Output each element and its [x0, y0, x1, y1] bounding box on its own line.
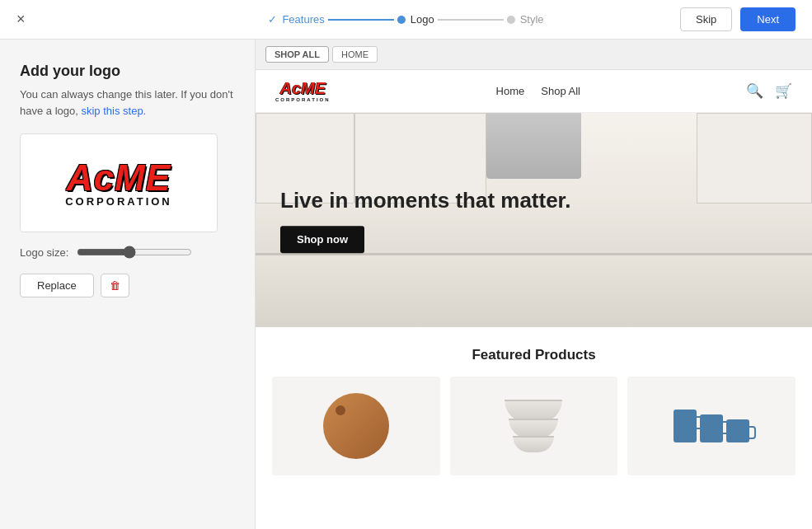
step-style: Style [507, 13, 544, 26]
cart-icon[interactable]: 🛒 [775, 82, 792, 100]
range-hood [486, 113, 581, 179]
step-line-1 [328, 19, 394, 21]
store-nav-links: Home Shop All [496, 85, 580, 97]
step-logo-label: Logo [411, 13, 434, 26]
next-button[interactable]: Next [740, 7, 796, 31]
hero-overlay: Live in moments that matter. Shop now [280, 188, 571, 254]
hero-section: Live in moments that matter. Shop now [256, 113, 812, 327]
replace-button[interactable]: Replace [20, 274, 94, 297]
featured-section: Featured Products [256, 327, 812, 484]
bowl-3 [513, 436, 554, 452]
trash-icon: 🗑 [110, 279, 120, 292]
mug-mid [700, 414, 723, 442]
panel-title: Add your logo [20, 63, 235, 80]
search-icon[interactable]: 🔍 [746, 82, 763, 100]
product-card-cutting-board [272, 377, 440, 475]
acme-logo: AcME CORPORATION [65, 158, 172, 208]
nav-home[interactable]: Home [496, 85, 525, 97]
nav-shop-all[interactable]: Shop All [541, 85, 580, 97]
store-acme-text: AcME [275, 80, 331, 97]
hero-title: Live in moments that matter. [280, 188, 571, 215]
bowls-icon [505, 400, 562, 452]
cabinet-upper-right [697, 113, 812, 204]
store-corp-text: CORPORATION [275, 97, 331, 102]
featured-title: Featured Products [272, 347, 796, 363]
step-features-label: Features [282, 13, 324, 26]
step-line-2 [438, 19, 504, 21]
mugs-icon [674, 410, 749, 442]
main-layout: Add your logo You can always change this… [0, 40, 812, 529]
skip-link[interactable]: skip this step. [81, 105, 146, 117]
step-logo: Logo [397, 13, 434, 26]
check-icon: ✓ [268, 13, 277, 26]
step-style-dot [507, 16, 515, 24]
product-card-bowls [450, 377, 618, 475]
step-features: ✓ Features [268, 13, 324, 26]
shop-now-button[interactable]: Shop now [280, 226, 364, 253]
logo-preview-box: AcME CORPORATION [20, 133, 218, 232]
counter [256, 253, 812, 327]
store-logo-img: AcME CORPORATION [275, 80, 331, 102]
store-nav: AcME CORPORATION Home Shop All 🔍 🛒 [256, 70, 812, 113]
panel-description: You can always change this later. If you… [20, 87, 235, 119]
steps-nav: ✓ Features Logo Style [268, 13, 543, 26]
pill-home[interactable]: HOME [332, 46, 378, 63]
cutting-board-icon [323, 393, 389, 459]
delete-button[interactable]: 🗑 [101, 274, 129, 297]
step-style-label: Style [520, 13, 544, 26]
skip-button[interactable]: Skip [680, 7, 732, 31]
top-bar: × ✓ Features Logo Style Skip Next [0, 0, 812, 40]
preview-pills: SHOP ALL HOME [256, 40, 812, 70]
right-panel: SHOP ALL HOME AcME CORPORATION Home Shop… [256, 40, 812, 529]
mug-tall [674, 410, 697, 442]
store-logo: AcME CORPORATION [275, 80, 331, 102]
step-logo-dot [397, 16, 406, 24]
store-nav-icons: 🔍 🛒 [746, 82, 792, 100]
close-button[interactable]: × [16, 11, 26, 28]
logo-size-slider[interactable] [77, 246, 192, 259]
mug-short [726, 419, 749, 442]
acme-text: AcME [65, 158, 172, 198]
store-preview: AcME CORPORATION Home Shop All 🔍 🛒 [256, 70, 812, 484]
logo-actions: Replace 🗑 [20, 274, 235, 297]
product-card-mugs [627, 377, 796, 475]
left-panel: Add your logo You can always change this… [0, 40, 256, 529]
logo-size-label: Logo size: [20, 246, 68, 259]
corp-text: CORPORATION [65, 196, 172, 208]
top-bar-actions: Skip Next [680, 7, 796, 31]
products-grid [272, 377, 796, 475]
pill-shop-all[interactable]: SHOP ALL [265, 46, 329, 63]
logo-size-row: Logo size: [20, 246, 235, 259]
